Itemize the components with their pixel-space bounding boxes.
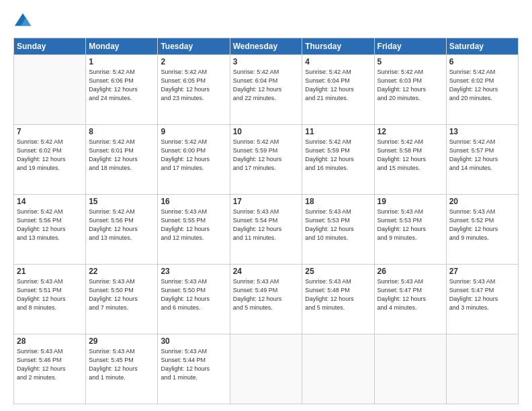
- day-info: Sunrise: 5:43 AMSunset: 5:47 PMDaylight:…: [378, 277, 443, 312]
- day-info: Sunrise: 5:42 AMSunset: 6:04 PMDaylight:…: [305, 68, 371, 103]
- day-number: 17: [233, 197, 300, 206]
- day-number: 7: [17, 127, 83, 136]
- week-row-2: 7Sunrise: 5:42 AMSunset: 6:02 PMDaylight…: [14, 125, 519, 195]
- calendar-cell: 21Sunrise: 5:43 AMSunset: 5:51 PMDayligh…: [14, 265, 86, 334]
- day-info: Sunrise: 5:43 AMSunset: 5:51 PMDaylight:…: [17, 277, 83, 312]
- day-info: Sunrise: 5:43 AMSunset: 5:53 PMDaylight:…: [305, 208, 371, 242]
- day-info: Sunrise: 5:43 AMSunset: 5:44 PMDaylight:…: [161, 347, 226, 382]
- calendar-cell: 13Sunrise: 5:42 AMSunset: 5:57 PMDayligh…: [446, 125, 518, 195]
- day-info: Sunrise: 5:42 AMSunset: 5:57 PMDaylight:…: [449, 138, 515, 173]
- calendar-cell: 29Sunrise: 5:43 AMSunset: 5:45 PMDayligh…: [86, 334, 158, 404]
- calendar-cell: 8Sunrise: 5:42 AMSunset: 6:01 PMDaylight…: [86, 125, 158, 195]
- logo: [13, 12, 35, 31]
- calendar-cell: [446, 334, 518, 404]
- day-info: Sunrise: 5:42 AMSunset: 6:03 PMDaylight:…: [378, 68, 443, 103]
- calendar-cell: 24Sunrise: 5:43 AMSunset: 5:49 PMDayligh…: [230, 265, 302, 334]
- day-info: Sunrise: 5:42 AMSunset: 5:59 PMDaylight:…: [305, 138, 371, 173]
- day-number: 24: [233, 267, 300, 276]
- calendar-header-row: SundayMondayTuesdayWednesdayThursdayFrid…: [14, 38, 519, 55]
- day-number: 29: [89, 336, 154, 346]
- day-info: Sunrise: 5:43 AMSunset: 5:46 PMDaylight:…: [17, 347, 83, 382]
- calendar-cell: 9Sunrise: 5:42 AMSunset: 6:00 PMDaylight…: [158, 125, 230, 195]
- calendar-cell: 18Sunrise: 5:43 AMSunset: 5:53 PMDayligh…: [302, 195, 374, 265]
- day-number: 23: [161, 267, 226, 276]
- day-number: 4: [305, 57, 371, 66]
- day-info: Sunrise: 5:43 AMSunset: 5:50 PMDaylight:…: [89, 277, 154, 312]
- calendar-cell: 27Sunrise: 5:43 AMSunset: 5:47 PMDayligh…: [446, 265, 518, 334]
- day-number: 3: [233, 57, 300, 66]
- week-row-4: 21Sunrise: 5:43 AMSunset: 5:51 PMDayligh…: [14, 265, 519, 334]
- day-number: 1: [89, 57, 154, 66]
- day-info: Sunrise: 5:42 AMSunset: 6:00 PMDaylight:…: [161, 138, 226, 173]
- calendar-cell: 2Sunrise: 5:42 AMSunset: 6:05 PMDaylight…: [158, 55, 230, 125]
- day-info: Sunrise: 5:42 AMSunset: 6:04 PMDaylight:…: [233, 68, 300, 103]
- day-info: Sunrise: 5:43 AMSunset: 5:47 PMDaylight:…: [449, 277, 515, 312]
- day-number: 5: [378, 57, 443, 66]
- week-row-3: 14Sunrise: 5:42 AMSunset: 5:56 PMDayligh…: [14, 195, 519, 265]
- calendar-cell: 23Sunrise: 5:43 AMSunset: 5:50 PMDayligh…: [158, 265, 230, 334]
- calendar-table: SundayMondayTuesdayWednesdayThursdayFrid…: [13, 38, 519, 404]
- col-header-friday: Friday: [374, 38, 446, 55]
- col-header-tuesday: Tuesday: [158, 38, 230, 55]
- day-info: Sunrise: 5:42 AMSunset: 6:06 PMDaylight:…: [89, 68, 154, 103]
- header: [13, 12, 519, 31]
- day-number: 10: [233, 127, 300, 136]
- day-info: Sunrise: 5:43 AMSunset: 5:54 PMDaylight:…: [233, 208, 300, 242]
- day-number: 12: [378, 127, 443, 136]
- day-info: Sunrise: 5:43 AMSunset: 5:49 PMDaylight:…: [233, 277, 300, 312]
- day-info: Sunrise: 5:42 AMSunset: 5:56 PMDaylight:…: [89, 208, 154, 242]
- week-row-5: 28Sunrise: 5:43 AMSunset: 5:46 PMDayligh…: [14, 334, 519, 404]
- day-info: Sunrise: 5:43 AMSunset: 5:53 PMDaylight:…: [378, 208, 443, 242]
- calendar-cell: 3Sunrise: 5:42 AMSunset: 6:04 PMDaylight…: [230, 55, 302, 125]
- day-info: Sunrise: 5:43 AMSunset: 5:45 PMDaylight:…: [89, 347, 154, 382]
- day-info: Sunrise: 5:43 AMSunset: 5:55 PMDaylight:…: [161, 208, 226, 242]
- calendar-cell: 5Sunrise: 5:42 AMSunset: 6:03 PMDaylight…: [374, 55, 446, 125]
- day-info: Sunrise: 5:42 AMSunset: 5:59 PMDaylight:…: [233, 138, 300, 173]
- calendar-cell: 25Sunrise: 5:43 AMSunset: 5:48 PMDayligh…: [302, 265, 374, 334]
- calendar-cell: [302, 334, 374, 404]
- day-number: 30: [161, 336, 226, 346]
- day-number: 8: [89, 127, 154, 136]
- col-header-sunday: Sunday: [14, 38, 86, 55]
- col-header-thursday: Thursday: [302, 38, 374, 55]
- calendar-cell: 4Sunrise: 5:42 AMSunset: 6:04 PMDaylight…: [302, 55, 374, 125]
- col-header-monday: Monday: [86, 38, 158, 55]
- calendar-cell: 17Sunrise: 5:43 AMSunset: 5:54 PMDayligh…: [230, 195, 302, 265]
- day-number: 16: [161, 197, 226, 206]
- day-number: 22: [89, 267, 154, 276]
- day-number: 9: [161, 127, 226, 136]
- calendar-cell: [230, 334, 302, 404]
- day-number: 21: [17, 267, 83, 276]
- calendar-cell: 16Sunrise: 5:43 AMSunset: 5:55 PMDayligh…: [158, 195, 230, 265]
- calendar-cell: 20Sunrise: 5:43 AMSunset: 5:52 PMDayligh…: [446, 195, 518, 265]
- calendar-cell: 19Sunrise: 5:43 AMSunset: 5:53 PMDayligh…: [374, 195, 446, 265]
- calendar-cell: [14, 55, 86, 125]
- calendar-cell: [374, 334, 446, 404]
- day-number: 18: [305, 197, 371, 206]
- day-number: 15: [89, 197, 154, 206]
- day-number: 26: [378, 267, 443, 276]
- page: SundayMondayTuesdayWednesdayThursdayFrid…: [0, 0, 532, 411]
- day-number: 2: [161, 57, 226, 66]
- calendar-cell: 12Sunrise: 5:42 AMSunset: 5:58 PMDayligh…: [374, 125, 446, 195]
- day-info: Sunrise: 5:43 AMSunset: 5:48 PMDaylight:…: [305, 277, 371, 312]
- day-info: Sunrise: 5:42 AMSunset: 5:58 PMDaylight:…: [378, 138, 443, 173]
- calendar-cell: 10Sunrise: 5:42 AMSunset: 5:59 PMDayligh…: [230, 125, 302, 195]
- day-number: 19: [378, 197, 443, 206]
- calendar-cell: 15Sunrise: 5:42 AMSunset: 5:56 PMDayligh…: [86, 195, 158, 265]
- week-row-1: 1Sunrise: 5:42 AMSunset: 6:06 PMDaylight…: [14, 55, 519, 125]
- day-number: 6: [449, 57, 515, 66]
- calendar-cell: 30Sunrise: 5:43 AMSunset: 5:44 PMDayligh…: [158, 334, 230, 404]
- calendar-cell: 7Sunrise: 5:42 AMSunset: 6:02 PMDaylight…: [14, 125, 86, 195]
- day-number: 25: [305, 267, 371, 276]
- day-info: Sunrise: 5:42 AMSunset: 6:02 PMDaylight:…: [449, 68, 515, 103]
- day-number: 14: [17, 197, 83, 206]
- col-header-saturday: Saturday: [446, 38, 518, 55]
- day-info: Sunrise: 5:42 AMSunset: 6:01 PMDaylight:…: [89, 138, 154, 173]
- day-info: Sunrise: 5:42 AMSunset: 6:02 PMDaylight:…: [17, 138, 83, 173]
- calendar-cell: 22Sunrise: 5:43 AMSunset: 5:50 PMDayligh…: [86, 265, 158, 334]
- calendar-cell: 1Sunrise: 5:42 AMSunset: 6:06 PMDaylight…: [86, 55, 158, 125]
- day-number: 13: [449, 127, 515, 136]
- calendar-cell: 28Sunrise: 5:43 AMSunset: 5:46 PMDayligh…: [14, 334, 86, 404]
- day-number: 28: [17, 336, 83, 346]
